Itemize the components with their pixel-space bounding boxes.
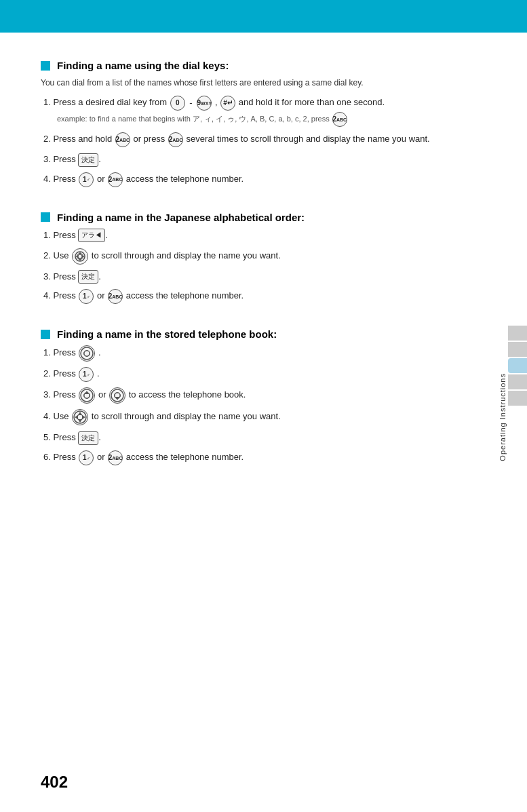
svg-point-15 <box>77 414 83 420</box>
svg-point-7 <box>84 351 90 356</box>
step-2-1: 1. Press アラ◀. <box>43 229 448 243</box>
top-bar <box>0 0 527 33</box>
section-dial-keys-title: Finding a name using the dial keys: <box>41 60 448 71</box>
step-2-3: 3. Press 決定. <box>43 270 448 284</box>
key-2abc-alpha: 2ABC <box>108 289 123 304</box>
svg-point-6 <box>81 347 93 360</box>
key-2abc: 2ABC <box>332 112 347 127</box>
key-nav-2 <box>72 248 88 265</box>
step-1-1-example: example: to find a name that begins with… <box>57 112 448 127</box>
step-3-6: 6. Press 1♂ or 2ABC access the telephone… <box>43 450 448 465</box>
title-marker-2 <box>41 212 50 222</box>
title-marker <box>41 61 50 71</box>
key-2abc-access: 2ABC <box>108 172 123 187</box>
key-2abc-stored: 2ABC <box>108 450 123 465</box>
key-1-stored: 1♂ <box>79 450 94 465</box>
step-3-3: 3. Press or to access the telephone book… <box>43 387 448 404</box>
side-tabs <box>508 326 527 406</box>
step-3-1: 1. Press . <box>43 345 448 362</box>
section-dial-keys-desc: You can dial from a list of the names wh… <box>41 77 448 89</box>
key-0: 0 <box>170 96 185 111</box>
key-2abc-press: 2ABC <box>168 132 183 147</box>
page-number: 402 <box>41 773 68 792</box>
section-stored-book-title: Finding a name in the stored telephone b… <box>41 328 448 340</box>
step-2-4: 4. Press 1♂ or 2ABC access the telephone… <box>43 289 448 304</box>
key-2abc-hold: 2ABC <box>115 132 130 147</box>
step-1-3: 3. Press 決定. <box>43 153 448 167</box>
step-3-5: 5. Press 決定. <box>43 431 448 445</box>
svg-point-1 <box>78 254 82 258</box>
key-9: 9WXY <box>197 96 212 111</box>
section-japanese-alpha: Finding a name in the Japanese alphabeti… <box>41 212 448 305</box>
svg-point-12 <box>115 393 120 398</box>
step-3-4: 4. Use to scroll through and display the… <box>43 409 448 425</box>
key-hash: #↵ <box>220 96 235 111</box>
key-nav-press-down <box>109 387 125 404</box>
key-araku: アラ◀ <box>78 229 105 242</box>
key-1-alpha: 1♂ <box>79 289 94 304</box>
key-kettei-2: 決定 <box>78 270 98 284</box>
key-1: 1♂ <box>79 172 94 187</box>
key-1-book: 1♂ <box>79 367 94 382</box>
svg-point-9 <box>84 393 90 398</box>
step-1-2: 2. Press and hold 2ABC or press 2ABC sev… <box>43 132 448 147</box>
key-nav-press-up <box>79 387 95 404</box>
section-japanese-alpha-title: Finding a name in the Japanese alphabeti… <box>41 212 448 223</box>
step-1-1: 1. Press a desired dial key from 0 - 9WX… <box>43 96 448 127</box>
section-dial-keys: Finding a name using the dial keys: You … <box>41 60 448 187</box>
step-3-2: 2. Press 1♂ . <box>43 367 448 382</box>
key-kettei-1: 決定 <box>78 153 98 167</box>
step-2-2: 2. Use to scroll through and display the… <box>43 248 448 265</box>
title-marker-3 <box>41 330 50 339</box>
section-stored-book: Finding a name in the stored telephone b… <box>41 328 448 465</box>
key-kettei-3: 決定 <box>78 431 98 445</box>
key-nav-scroll <box>72 409 88 425</box>
step-1-4: 4. Press 1♂ or 2ABC access the telephone… <box>43 172 448 187</box>
vertical-label: Operating Instructions <box>499 373 507 461</box>
key-nav-press-1 <box>79 345 95 362</box>
